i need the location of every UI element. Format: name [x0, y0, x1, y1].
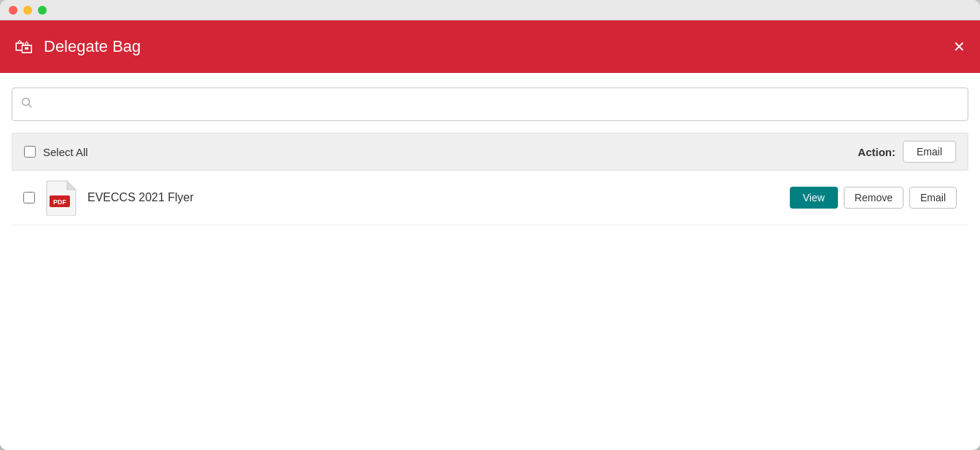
view-button[interactable]: View [790, 187, 838, 209]
close-button[interactable]: ✕ [953, 39, 965, 54]
maximize-traffic-light[interactable] [38, 6, 47, 15]
pdf-icon: PDF [45, 179, 77, 216]
app-window: 🛍 Delegate Bag ✕ Select All Action: [0, 0, 980, 450]
search-container [12, 88, 968, 121]
file-actions: View Remove Email [790, 187, 957, 209]
email-button[interactable]: Email [909, 187, 957, 209]
select-all-text: Select All [43, 146, 88, 158]
close-traffic-light[interactable] [9, 6, 17, 15]
select-all-label[interactable]: Select All [24, 146, 88, 158]
svg-text:PDF: PDF [53, 198, 67, 206]
search-input[interactable] [39, 98, 959, 110]
svg-line-1 [29, 105, 32, 108]
header-title: Delegate Bag [44, 37, 141, 56]
file-checkbox[interactable] [23, 192, 35, 203]
minimize-traffic-light[interactable] [23, 6, 32, 15]
action-area: Action: Email [858, 141, 956, 163]
header-left: 🛍 Delegate Bag [15, 37, 141, 56]
toolbar-row: Select All Action: Email [12, 133, 968, 171]
title-bar [0, 0, 980, 20]
select-all-checkbox[interactable] [24, 146, 36, 158]
bag-icon: 🛍 [15, 37, 34, 56]
file-name: EVECCS 2021 Flyer [87, 191, 780, 204]
app-header: 🛍 Delegate Bag ✕ [0, 20, 980, 73]
file-item: PDF EVECCS 2021 Flyer View Remove Email [12, 171, 968, 225]
main-content: Select All Action: Email PDF [0, 73, 980, 450]
remove-button[interactable]: Remove [844, 187, 903, 209]
search-icon [21, 97, 33, 112]
toolbar-email-button[interactable]: Email [903, 141, 956, 163]
action-label: Action: [858, 146, 895, 158]
